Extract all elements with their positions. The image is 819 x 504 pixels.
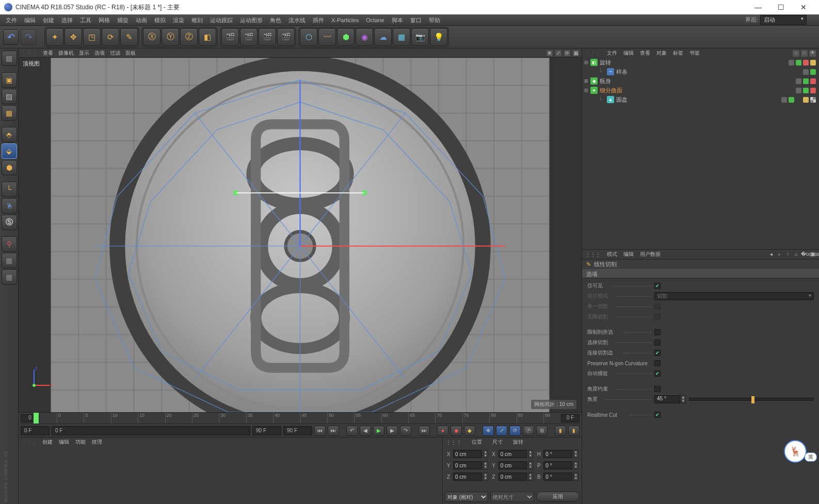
key-param-button[interactable]: Ⓟ — [523, 426, 534, 436]
tag-icon[interactable] — [803, 69, 809, 75]
next-frame-button[interactable]: ▶ — [387, 426, 398, 436]
attr-back-icon[interactable]: ◂ — [768, 251, 775, 258]
material-tab-功能[interactable]: 功能 — [75, 439, 86, 445]
vp-nav-zoom-icon[interactable]: ⤢ — [555, 50, 562, 57]
render-pv[interactable]: 🎬 — [259, 28, 276, 46]
obj-tab-对象[interactable]: 对象 — [656, 50, 667, 56]
tag-icon[interactable] — [803, 97, 809, 103]
viewport[interactable]: 顶视图 — [19, 58, 582, 412]
goto-end-button[interactable]: ⏭ — [328, 426, 339, 436]
attr-section-header[interactable]: 选项 — [582, 269, 819, 279]
checkbox[interactable] — [654, 360, 661, 366]
next-key-button[interactable]: ↷ — [400, 426, 411, 436]
coord-field[interactable] — [453, 473, 482, 481]
checkbox[interactable]: ✔ — [654, 370, 661, 377]
tag-icon[interactable] — [803, 88, 809, 93]
attr-search-icon[interactable]: ⌕ — [793, 251, 799, 258]
coord-mode-dropdown[interactable]: 对象 (相对) — [445, 492, 488, 502]
move-tool[interactable]: ✥ — [65, 28, 82, 46]
material-tab-创建[interactable]: 创建 — [42, 439, 53, 445]
scale-tool[interactable]: ◳ — [83, 28, 101, 46]
add-deformer[interactable]: ◉ — [356, 28, 373, 46]
attr-up-icon[interactable]: ↑ — [784, 251, 791, 258]
vp-nav-move-icon[interactable]: ✥ — [546, 50, 553, 57]
coord-field[interactable] — [453, 461, 482, 469]
apply-button[interactable]: 应用 — [536, 492, 580, 502]
menu-创建[interactable]: 创建 — [39, 15, 58, 25]
add-primitive[interactable]: ⬡ — [300, 28, 317, 46]
key-options-button[interactable]: ▮ — [555, 426, 566, 436]
snap-toggle[interactable]: ⚲ — [2, 236, 17, 252]
menu-工具[interactable]: 工具 — [76, 15, 95, 25]
axis-gizmo[interactable]: zx — [29, 365, 55, 392]
goto-next-button[interactable]: ⏭ — [419, 426, 430, 436]
point-mode[interactable]: ⬘ — [2, 127, 17, 142]
obj-tab-标签[interactable]: 标签 — [673, 50, 683, 56]
tag-icon[interactable] — [810, 60, 816, 66]
menu-流水线[interactable]: 流水线 — [285, 15, 309, 25]
menu-窗口[interactable]: 窗口 — [407, 15, 425, 25]
coord-field[interactable] — [499, 461, 527, 469]
coord-field[interactable] — [543, 450, 572, 458]
texture-mode[interactable]: ▨ — [2, 89, 17, 104]
timeline-ruler[interactable]: 051015202530354045505560657075808590 — [57, 413, 543, 424]
axis-mode[interactable]: └ — [2, 182, 17, 197]
object-row[interactable]: ⊞◆瓶身 — [582, 76, 819, 86]
vp-menu-选项[interactable]: 选项 — [94, 50, 105, 56]
redo-button[interactable]: ↷ — [21, 29, 36, 45]
vp-menu-摄像机[interactable]: 摄像机 — [58, 50, 74, 56]
layout-dropdown[interactable]: 启动 — [760, 15, 807, 25]
ime-badge-icon[interactable]: 🦌 — [784, 440, 807, 463]
angle-field[interactable]: 45 ° — [654, 395, 680, 403]
key-rot-button[interactable]: ⟳ — [509, 426, 521, 436]
checkbox[interactable]: ✔ — [654, 283, 661, 289]
menu-运动图形[interactable]: 运动图形 — [236, 15, 266, 25]
record-button[interactable]: ● — [437, 426, 448, 436]
obj-search-icon[interactable]: ⌕ — [793, 50, 799, 57]
playhead[interactable] — [34, 413, 39, 424]
range-start[interactable]: 0 F — [21, 426, 50, 435]
object-row[interactable]: ⊟●细分曲面 — [582, 86, 819, 95]
menu-插件[interactable]: 插件 — [309, 15, 328, 25]
coord-field[interactable] — [499, 473, 527, 481]
coord-system[interactable]: ◧ — [199, 28, 216, 46]
obj-tab-编辑[interactable]: 编辑 — [623, 50, 634, 56]
tweak-mode[interactable]: 🖱 — [2, 198, 17, 214]
attr-tab-用户数据[interactable]: 用户数据 — [640, 251, 661, 257]
vp-menu-过滤[interactable]: 过滤 — [110, 50, 120, 56]
play-button[interactable]: ▶ — [373, 426, 384, 436]
add-environment[interactable]: ☁ — [374, 28, 392, 46]
menu-运动跟踪[interactable]: 运动跟踪 — [206, 15, 236, 25]
coord-size-dropdown[interactable]: 绝对尺寸 — [490, 492, 534, 502]
render-settings[interactable]: 🎬 — [277, 28, 295, 46]
angle-slider[interactable] — [689, 398, 814, 401]
obj-tab-查看[interactable]: 查看 — [640, 50, 650, 56]
z-axis-lock[interactable]: Ⓩ — [180, 28, 198, 46]
vp-menu-查看[interactable]: 查看 — [43, 50, 53, 56]
minimize-button[interactable]: — — [747, 0, 769, 14]
key-options2-button[interactable]: ▮ — [568, 426, 580, 436]
timeline[interactable]: 0 051015202530354045505560657075808590 0… — [19, 412, 582, 424]
tag-icon[interactable] — [789, 60, 794, 66]
checkbox[interactable] — [654, 329, 661, 335]
checkbox[interactable]: ✔ — [654, 412, 661, 418]
attr-tab-编辑[interactable]: 编辑 — [623, 251, 634, 257]
menu-选择[interactable]: 选择 — [58, 15, 76, 25]
range-slider[interactable]: 0 F — [52, 426, 250, 435]
coord-field[interactable] — [499, 450, 527, 458]
tag-icon[interactable] — [810, 97, 816, 103]
model-mode[interactable]: ▣ — [2, 72, 17, 88]
object-row[interactable]: └~样条 — [582, 67, 819, 76]
timeline-end-field[interactable]: 0 F — [561, 414, 580, 422]
material-tab-编辑[interactable]: 编辑 — [59, 439, 69, 445]
prev-key-button[interactable]: ↶ — [346, 426, 358, 436]
add-spline[interactable]: 〰 — [318, 28, 336, 46]
tag-icon[interactable] — [810, 88, 816, 93]
obj-eye-icon[interactable]: 👁 — [809, 50, 816, 57]
tag-icon[interactable] — [789, 97, 794, 103]
tag-icon[interactable] — [796, 60, 801, 66]
y-axis-lock[interactable]: Ⓨ — [162, 28, 179, 46]
tag-icon[interactable] — [781, 97, 787, 103]
render-region[interactable]: 🎬 — [240, 28, 258, 46]
snap-settings[interactable]: ▦ — [2, 253, 17, 268]
